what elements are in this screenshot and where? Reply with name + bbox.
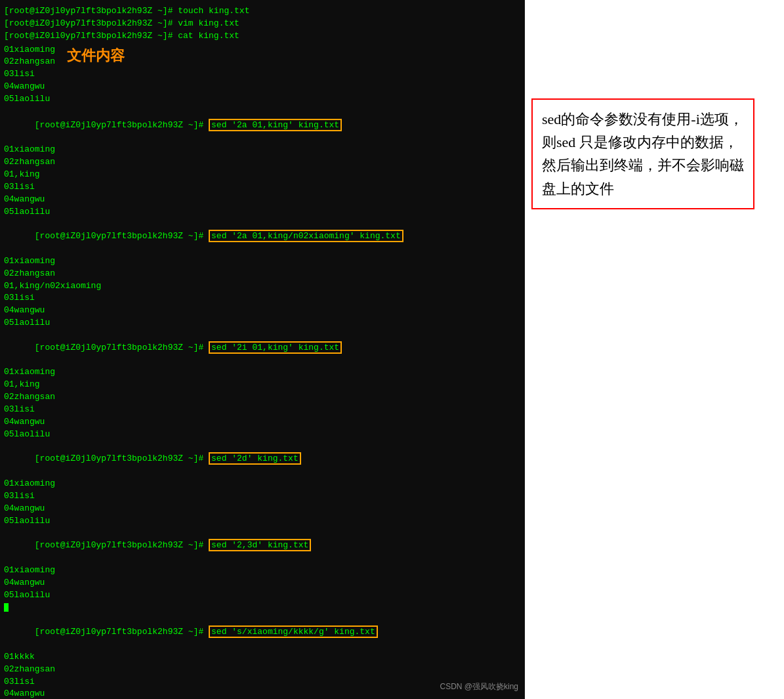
file-content-label: 文件内容 <box>67 47 125 64</box>
terminal-line: 05laolilu <box>4 429 521 441</box>
annotation-box: sed的命令参数没有使用-i选项，则sed 只是修改内存中的数据，然后输出到终端… <box>531 98 754 209</box>
terminal-line: [root@iZ0jl0yp7lft3bpolk2h93Z ~]# sed '2… <box>4 527 521 564</box>
terminal-line: 01,king <box>4 169 521 181</box>
terminal-line: 02zhangsan <box>4 664 521 676</box>
terminal-line <box>4 602 521 614</box>
file-content-block: 01xiaoming 02zhangsan 03lisi 04wangwu 05… <box>4 44 521 106</box>
prompt: [root@iZ0jl0yp7lft3bpolk2h93Z ~]# <box>35 540 209 550</box>
terminal-line: 04wangwu <box>4 577 521 589</box>
terminal-line: 05laolilu <box>4 515 521 528</box>
terminal-line: 01,king/n02xiaoming <box>4 280 521 293</box>
terminal-line: 05laolilu <box>4 93 55 106</box>
terminal-line: 03lisi <box>4 292 521 305</box>
terminal-line: 03lisi <box>4 404 521 416</box>
terminal-line: 02zhangsan <box>4 56 55 68</box>
terminal-line: 01xiaoming <box>4 564 521 577</box>
terminal-line: 04wangwu <box>4 81 55 93</box>
prompt: [root@iZ0jl0yp7lft3bpolk2h93Z ~]# <box>35 627 209 637</box>
cmd-highlight: sed '2a 01,king' king.txt <box>209 119 342 131</box>
terminal-line: 01,king <box>4 379 521 391</box>
terminal-line: [root@iZ0jl0yp7lft3bpolk2h93Z ~]# vim ki… <box>4 18 521 30</box>
prompt: [root@iZ0jl0yp7lft3bpolk2h93Z ~]# <box>35 343 209 352</box>
terminal-line: 03lisi <box>4 68 55 81</box>
terminal-content: [root@iZ0jl0yp7lft3bpolk2h93Z ~]# touch … <box>4 5 521 699</box>
terminal-line: 03lisi <box>4 181 521 194</box>
terminal-line: 05laolilu <box>4 317 521 329</box>
right-panel: sed的命令参数没有使用-i选项，则sed 只是修改内存中的数据，然后输出到终端… <box>525 0 784 699</box>
terminal-line: [root@iZ0jl0yp7lft3bpolk2h93Z ~]# sed '2… <box>4 218 521 255</box>
cmd-highlight: sed 's/xiaoming/kkkk/g' king.txt <box>209 625 378 638</box>
file-content-label-container: 文件内容 <box>67 45 125 66</box>
prompt: [root@iZ0jl0yp7lft3bpolk2h93Z ~]# <box>35 120 209 130</box>
terminal-line: 05laolilu <box>4 589 521 602</box>
terminal-line: [root@iZ0jl0yp7lft3bpolk2h93Z ~]# sed 's… <box>4 614 521 651</box>
prompt: [root@iZ0jl0yp7lft3bpolk2h93Z ~]# <box>35 231 209 241</box>
terminal-line: 03lisi <box>4 490 521 503</box>
terminal-line: [root@iZ0jl0yp7lft3bpolk2h93Z ~]# sed '2… <box>4 107 521 144</box>
watermark: CSDN @强风吹挠king <box>440 681 518 692</box>
terminal-line: [root@iZ0jl0yp7lft3bpolk2h93Z ~]# touch … <box>4 5 521 18</box>
prompt: [root@iZ0jl0yp7lft3bpolk2h93Z ~]# <box>35 454 209 463</box>
terminal-line: 04wangwu <box>4 194 521 206</box>
terminal-line: [root@iZ0jl0yp7lft3bpolk2h93Z ~]# sed '2… <box>4 329 521 367</box>
annotation-text: sed的命令参数没有使用-i选项，则sed 只是修改内存中的数据，然后输出到终端… <box>542 111 744 197</box>
terminal-line: [root@iZ0il0yp7lft3bpolk2h93Z ~]# cat ki… <box>4 30 521 43</box>
terminal-line: 05laolilu <box>4 206 521 219</box>
cursor <box>4 603 9 612</box>
file-content-lines: 01xiaoming 02zhangsan 03lisi 04wangwu 05… <box>4 44 55 106</box>
terminal-line: 01xiaoming <box>4 44 55 56</box>
terminal-line: 02zhangsan <box>4 268 521 280</box>
terminal-line: 04wangwu <box>4 503 521 515</box>
terminal-line: 02zhangsan <box>4 391 521 404</box>
cmd-highlight: sed '2d' king.txt <box>209 452 301 465</box>
terminal-line: 04wangwu <box>4 305 521 317</box>
terminal-line: [root@iZ0jl0yp7lft3bpolk2h93Z ~]# sed '2… <box>4 441 521 478</box>
terminal-panel: [root@iZ0jl0yp7lft3bpolk2h93Z ~]# touch … <box>0 0 525 699</box>
cmd-highlight: sed '2a 01,king/n02xiaoming' king.txt <box>209 230 403 242</box>
cmd-highlight: sed '2i 01,king' king.txt <box>209 341 342 354</box>
terminal-line: 01xiaoming <box>4 255 521 268</box>
terminal-line: 01xiaoming <box>4 478 521 490</box>
terminal-line: 04wangwu <box>4 416 521 429</box>
cmd-highlight: sed '2,3d' king.txt <box>209 539 311 551</box>
terminal-line: 01xiaoming <box>4 144 521 156</box>
terminal-line: 02zhangsan <box>4 156 521 169</box>
terminal-line: 01kkkk <box>4 651 521 664</box>
terminal-line: 01xiaoming <box>4 366 521 379</box>
